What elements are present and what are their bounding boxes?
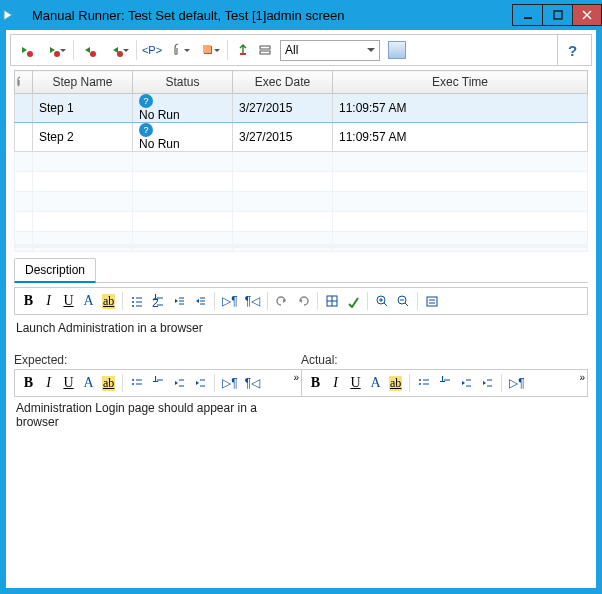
bullet-list-button[interactable] [414,373,434,393]
cell-stepname: Step 1 [33,94,133,123]
filter-text: All [285,43,298,57]
table-row[interactable]: Step 1 ?No Run 3/27/2015 11:09:57 AM [15,94,588,123]
insert-table-button[interactable] [322,291,342,311]
chevron-down-icon [367,44,375,56]
outdent-button[interactable] [169,373,189,393]
actual-toolbar: B I U A ab 1 ▷¶ » [301,369,588,397]
svg-rect-10 [203,45,211,53]
underline-button[interactable]: U [59,291,78,311]
cell-stepname: Step 2 [33,123,133,152]
indent-button[interactable] [477,373,497,393]
fail-step-button[interactable] [78,39,100,61]
svg-point-45 [132,383,134,385]
splitter[interactable] [14,244,588,248]
stop-run-button[interactable] [388,41,406,59]
main-toolbar: <P> All ? [10,34,592,66]
indent-button[interactable] [190,291,210,311]
bullet-list-button[interactable] [127,373,147,393]
underline-button[interactable]: U [346,373,365,393]
cell-status: ?No Run [133,94,233,123]
ltr-button[interactable]: ▷¶ [219,291,240,311]
more-icon[interactable]: » [579,372,585,383]
actual-label: Actual: [301,353,588,369]
svg-point-55 [419,383,421,385]
svg-marker-0 [4,10,12,20]
fail-step-dropdown[interactable] [102,39,132,61]
col-exectime[interactable]: Exec Time [333,71,588,94]
col-attach[interactable] [15,71,33,94]
actual-text[interactable] [301,397,588,405]
close-button[interactable] [572,4,602,26]
more-icon[interactable]: » [293,372,299,383]
svg-line-34 [384,303,387,306]
ltr-button[interactable]: ▷¶ [506,373,527,393]
cell-date: 3/27/2015 [233,123,333,152]
outdent-button[interactable] [456,373,476,393]
zoom-in-button[interactable] [372,291,392,311]
pass-step-button[interactable] [15,39,37,61]
attachment-button[interactable] [163,39,193,61]
defect-button[interactable] [193,39,223,61]
parameters-button[interactable]: <P> [141,39,163,61]
svg-point-53 [419,379,421,381]
svg-rect-13 [260,51,270,54]
undo-button[interactable] [272,291,292,311]
col-status[interactable]: Status [133,71,233,94]
svg-point-16 [132,301,134,303]
bullet-list-button[interactable] [127,291,147,311]
outdent-button[interactable] [169,291,189,311]
thesaurus-button[interactable] [422,291,442,311]
svg-text:2: 2 [152,296,159,308]
expected-text[interactable]: Administration Login page should appear … [14,397,301,433]
help-button[interactable]: ? [557,35,587,65]
highlight-button[interactable]: ab [386,373,405,393]
cell-status: ?No Run [133,123,233,152]
svg-rect-2 [554,11,562,19]
italic-button[interactable]: I [39,291,58,311]
minimize-button[interactable] [512,4,542,26]
filter-select[interactable]: All [280,40,380,61]
rtl-button[interactable]: ¶◁ [242,373,263,393]
bold-button[interactable]: B [19,373,38,393]
content: <P> All ? Step Name Status Exec Da [6,30,596,588]
indent-button[interactable] [190,373,210,393]
window-frame: Manual Runner: Test Set default, Test [1… [0,0,602,594]
svg-point-43 [132,379,134,381]
number-list-button[interactable]: 1 [148,373,168,393]
font-color-button[interactable]: A [79,373,98,393]
norun-icon: ? [139,123,153,137]
svg-line-38 [405,303,408,306]
rtl-button[interactable]: ¶◁ [242,291,263,311]
italic-button[interactable]: I [326,373,345,393]
col-execdate[interactable]: Exec Date [233,71,333,94]
compact-view-button[interactable] [254,39,276,61]
underline-button[interactable]: U [59,373,78,393]
cell-time: 11:09:57 AM [333,94,588,123]
description-toolbar: B I U A ab 12 ▷¶ ¶◁ [14,287,588,315]
svg-rect-11 [240,53,246,55]
svg-rect-40 [427,297,437,306]
steps-grid: Step Name Status Exec Date Exec Time Ste… [14,70,588,240]
bold-button[interactable]: B [306,373,325,393]
pass-step-dropdown[interactable] [39,39,69,61]
highlight-button[interactable]: ab [99,373,118,393]
keep-top-button[interactable] [232,39,254,61]
bold-button[interactable]: B [19,291,38,311]
maximize-button[interactable] [542,4,572,26]
zoom-out-button[interactable] [393,291,413,311]
tab-description[interactable]: Description [14,258,96,283]
table-row[interactable]: Step 2 ?No Run 3/27/2015 11:09:57 AM [15,123,588,152]
col-stepname[interactable]: Step Name [33,71,133,94]
spellcheck-button[interactable] [343,291,363,311]
redo-button[interactable] [293,291,313,311]
number-list-button[interactable]: 1 [435,373,455,393]
ltr-button[interactable]: ▷¶ [219,373,240,393]
app-icon [0,7,28,23]
description-text[interactable]: Launch Administration in a browser [14,317,588,339]
font-color-button[interactable]: A [79,291,98,311]
highlight-button[interactable]: ab [99,291,118,311]
font-color-button[interactable]: A [366,373,385,393]
italic-button[interactable]: I [39,373,58,393]
number-list-button[interactable]: 12 [148,291,168,311]
svg-point-5 [27,51,33,57]
